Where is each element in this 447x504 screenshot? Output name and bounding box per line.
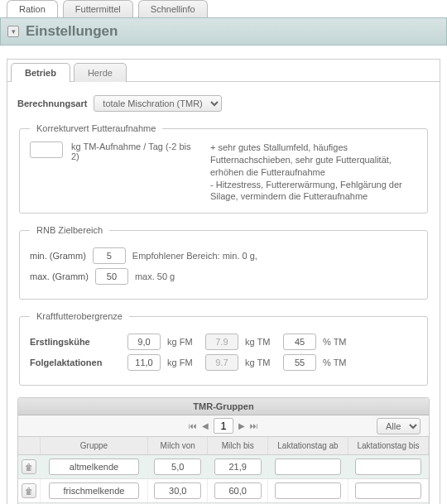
table-row: 🗑 bbox=[18, 479, 429, 503]
tmr-filter-select[interactable]: Alle bbox=[377, 418, 421, 434]
tmr-mbis-input[interactable] bbox=[214, 458, 262, 475]
rnb-min-input[interactable] bbox=[93, 247, 126, 264]
u-kgtm-1: kg TM bbox=[245, 337, 276, 347]
page-title: Einstellungen bbox=[26, 23, 118, 40]
pager-next-icon[interactable]: ▶ bbox=[238, 421, 245, 430]
tmr-lab-input[interactable] bbox=[275, 458, 340, 475]
fs-kraftfutter-legend: Kraftfutterobergrenze bbox=[30, 311, 129, 321]
kf-r2-fm[interactable] bbox=[127, 354, 161, 371]
fs-rnb-legend: RNB Zielbereich bbox=[30, 225, 109, 235]
tmr-mvon-input[interactable] bbox=[154, 482, 201, 499]
tab-futtermittel[interactable]: Futtermittel bbox=[63, 0, 133, 17]
kf-row1-label: Erstlingskühe bbox=[30, 337, 121, 347]
fs-kraftfutter: Kraftfutterobergrenze Erstlingskühe kg F… bbox=[19, 311, 428, 386]
pager-last-icon[interactable]: ⏭ bbox=[250, 421, 258, 430]
rnb-max-input[interactable] bbox=[95, 268, 128, 285]
rnb-maxrec-label: max. 50 g bbox=[135, 271, 175, 281]
korrektur-note-plus: + sehr gutes Stallumfeld, häufiges Futte… bbox=[210, 142, 417, 179]
tab-ration[interactable]: Ration bbox=[7, 0, 58, 17]
tmr-title: TMR-Gruppen bbox=[18, 398, 429, 415]
fs-korrektur: Korrekturvert Futteraufnahme kg TM-Aufna… bbox=[19, 123, 428, 214]
tmr-lbis-input[interactable] bbox=[355, 458, 421, 475]
tmr-col-milchbis: Milch bis bbox=[208, 437, 267, 455]
fs-korrektur-legend: Korrekturvert Futteraufnahme bbox=[30, 123, 162, 133]
tab-schnellinfo[interactable]: Schnellinfo bbox=[138, 0, 208, 17]
kf-r1-tm bbox=[205, 334, 238, 350]
tmr-mvon-input[interactable] bbox=[154, 458, 201, 475]
u-pcttm-2: % TM bbox=[323, 358, 354, 367]
tmr-lab-input[interactable] bbox=[275, 482, 340, 499]
u-kgfm-1: kg FM bbox=[167, 337, 199, 347]
pager-first-icon[interactable]: ⏮ bbox=[189, 421, 197, 430]
fs-rnb: RNB Zielbereich min. (Gramm) Empfohlener… bbox=[19, 225, 428, 300]
subtab-betrieb[interactable]: Betrieb bbox=[11, 63, 70, 82]
tmr-col-laktab: Laktationstag ab bbox=[267, 437, 348, 455]
tmr-name-input[interactable] bbox=[49, 458, 139, 475]
tmr-col-gruppe: Gruppe bbox=[41, 437, 148, 455]
kf-r2-pct[interactable] bbox=[283, 354, 316, 371]
rnb-max-label: max. (Gramm) bbox=[30, 271, 89, 281]
u-kgfm-2: kg FM bbox=[167, 358, 199, 367]
tmr-col-milchvon: Milch von bbox=[148, 437, 208, 455]
tmr-mbis-input[interactable] bbox=[214, 482, 262, 499]
pager-prev-icon[interactable]: ◀ bbox=[202, 421, 209, 430]
calc-label: Berechnungsart bbox=[17, 98, 87, 108]
tmr-col-laktbis: Laktationstag bis bbox=[348, 437, 428, 455]
u-pcttm-1: % TM bbox=[323, 337, 354, 347]
kf-r1-fm[interactable] bbox=[127, 334, 161, 350]
kf-r1-pct[interactable] bbox=[283, 334, 316, 350]
collapse-toggle-icon[interactable]: ▾ bbox=[7, 26, 19, 37]
tmr-col-del bbox=[18, 437, 41, 455]
pager-page-input[interactable] bbox=[214, 418, 233, 434]
delete-row-button[interactable]: 🗑 bbox=[22, 483, 36, 498]
rnb-min-label: min. (Gramm) bbox=[30, 251, 86, 261]
table-row: 🗑 bbox=[18, 455, 429, 479]
calc-select[interactable]: totale Mischration (TMR) bbox=[94, 95, 222, 112]
kf-r2-tm bbox=[205, 354, 238, 371]
tmr-lbis-input[interactable] bbox=[355, 482, 421, 499]
rnb-rec-label: Empfohlener Bereich: min. 0 g, bbox=[132, 251, 257, 261]
korrektur-input[interactable] bbox=[30, 142, 63, 158]
tmr-name-input[interactable] bbox=[49, 482, 139, 499]
korrektur-label: kg TM-Aufnahme / Tag (-2 bis 2) bbox=[71, 142, 194, 161]
korrektur-note-minus: - Hitzestress, Futtererwärmung, Fehlgäru… bbox=[210, 179, 417, 204]
delete-row-button[interactable]: 🗑 bbox=[22, 459, 36, 474]
subtab-herde[interactable]: Herde bbox=[74, 63, 127, 82]
kf-row2-label: Folgelaktationen bbox=[30, 358, 121, 367]
u-kgtm-2: kg TM bbox=[245, 358, 276, 367]
